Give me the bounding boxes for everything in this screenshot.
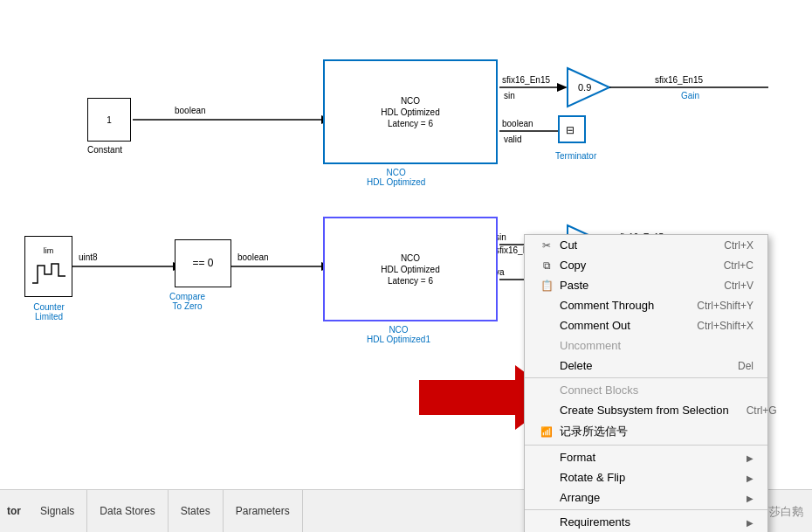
svg-text:sfix16_En15: sfix16_En15	[655, 75, 703, 85]
menu-item-uncomment: Uncomment	[525, 335, 767, 356]
menu-item-cut[interactable]: ✂Cut Ctrl+X	[525, 235, 767, 255]
constant-label: Constant	[87, 145, 122, 155]
format-arrow-icon: ▶	[747, 453, 754, 463]
nco-block-top: NCO HDL Optimized Latency = 6	[323, 59, 498, 164]
svg-text:⊟: ⊟	[566, 124, 575, 136]
copy-icon: ⧉	[539, 259, 554, 272]
nco-bottom-label: NCO HDL Optimized1	[367, 325, 430, 344]
menu-item-delete[interactable]: Delete Del	[525, 356, 767, 376]
menu-item-format[interactable]: Format ▶	[525, 447, 767, 467]
arrange-arrow-icon: ▶	[747, 494, 754, 503]
svg-text:boolean: boolean	[502, 119, 533, 128]
constant-value: 1	[107, 114, 112, 126]
menu-item-arrange[interactable]: Arrange ▶	[525, 487, 767, 508]
tab-data-stores[interactable]: Data Stores	[87, 490, 168, 532]
svg-text:sin: sin	[504, 91, 515, 100]
svg-marker-8	[568, 68, 609, 107]
context-menu: ✂Cut Ctrl+X ⧉Copy Ctrl+C 📋Paste Ctrl+V C…	[524, 234, 768, 532]
paste-icon: 📋	[539, 280, 554, 292]
nco-block-bottom: NCO HDL Optimized Latency = 6	[323, 217, 498, 321]
menu-item-comment-out[interactable]: Comment Out Ctrl+Shift+X	[525, 315, 767, 335]
nco-bottom-text: NCO HDL Optimized Latency = 6	[381, 252, 439, 287]
menu-item-paste[interactable]: 📋Paste Ctrl+V	[525, 275, 767, 295]
menu-item-comment-through[interactable]: Comment Through Ctrl+Shift+Y	[525, 295, 767, 315]
tab-signals[interactable]: Signals	[28, 490, 87, 532]
nco-top-label: NCO HDL Optimized	[367, 168, 425, 187]
tab-parameters[interactable]: Parameters	[224, 490, 303, 532]
menu-item-rotate-flip[interactable]: Rotate & Flip ▶	[525, 467, 767, 487]
svg-text:boolean: boolean	[175, 106, 206, 115]
compare-text: == 0	[192, 257, 213, 271]
compare-label: CompareTo Zero	[169, 292, 205, 311]
menu-item-copy[interactable]: ⧉Copy Ctrl+C	[525, 255, 767, 275]
menu-separator-1	[525, 377, 767, 378]
svg-text:boolean: boolean	[237, 252, 269, 262]
menu-item-requirements[interactable]: Requirements ▶	[525, 512, 767, 532]
svg-text:Terminator: Terminator	[555, 151, 597, 161]
menu-separator-3	[525, 509, 767, 510]
nco-top-text: NCO HDL Optimized Latency = 6	[381, 95, 439, 129]
svg-text:valid: valid	[504, 135, 522, 144]
counter-block: lim	[24, 236, 72, 297]
menu-item-connect-blocks: Connect Blocks	[525, 380, 767, 400]
svg-text:uint8: uint8	[79, 252, 98, 262]
menu-item-create-subsystem[interactable]: Create Subsystem from Selection Ctrl+G	[525, 400, 767, 420]
svg-marker-7	[557, 83, 568, 92]
svg-text:sfix16_En15: sfix16_En15	[502, 75, 550, 85]
cut-icon: ✂	[539, 239, 554, 252]
svg-text:Gain: Gain	[681, 91, 699, 100]
bottom-tabs: Signals Data Stores States Parameters	[28, 490, 303, 532]
requirements-arrow-icon: ▶	[747, 518, 754, 528]
compare-block: == 0	[175, 239, 231, 287]
menu-item-record-signal[interactable]: 📶记录所选信号	[525, 420, 767, 443]
wifi-icon: 📶	[539, 426, 554, 438]
svg-text:0.9: 0.9	[578, 82, 591, 93]
menu-separator-2	[525, 445, 767, 446]
rotate-flip-arrow-icon: ▶	[747, 473, 754, 483]
constant-block-top: 1	[87, 98, 131, 142]
svg-rect-16	[559, 116, 585, 142]
bottom-bar-label: tor	[0, 505, 28, 517]
tab-states[interactable]: States	[169, 490, 224, 532]
counter-label: CounterLimited	[19, 302, 79, 321]
